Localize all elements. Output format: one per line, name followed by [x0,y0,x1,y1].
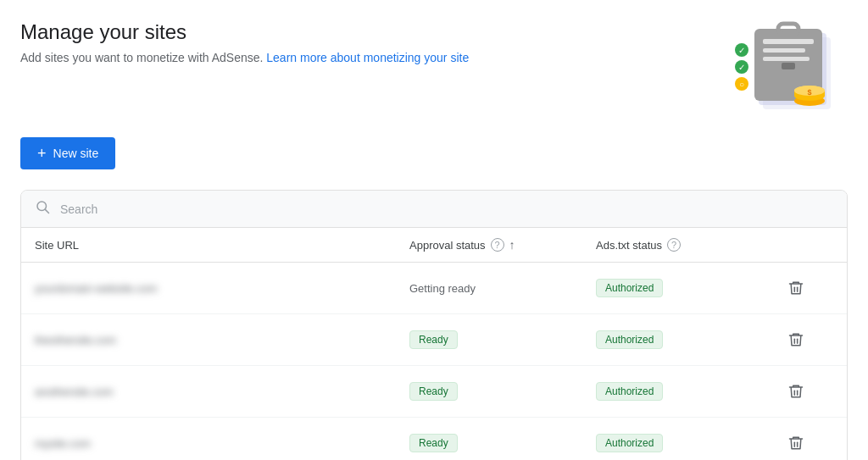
svg-rect-7 [782,63,795,69]
plus-icon: + [37,146,47,161]
ads-txt-status-cell: Authorized [596,330,782,349]
approval-status-sort-icon[interactable]: ↑ [509,238,515,252]
site-url-cell: mysite.com [35,437,409,450]
search-input[interactable] [60,202,833,216]
svg-rect-6 [763,57,810,61]
table-row: theothersite.comReadyAuthorized [21,314,847,366]
svg-text:$: $ [807,88,811,97]
site-url-cell: anothersite.com [35,385,409,398]
svg-line-21 [45,209,48,213]
delete-site-button[interactable] [782,274,810,302]
header-text: Manage your sites Add sites you want to … [20,20,469,64]
action-cell [782,274,833,302]
trash-icon [787,331,804,348]
approval-status-cell: Ready [409,434,596,452]
page-title: Manage your sites [20,20,469,44]
table-header: Site URL Approval status ? ↑ Ads.txt sta… [21,228,847,263]
approval-status-cell: Getting ready [409,282,596,295]
delete-site-button[interactable] [782,326,810,353]
ads-txt-status-cell: Authorized [596,434,782,452]
search-bar [21,191,847,228]
ads-txt-status-badge: Authorized [596,382,663,401]
sites-table-container: Site URL Approval status ? ↑ Ads.txt sta… [20,190,848,460]
ads-txt-status-help-icon[interactable]: ? [667,238,681,252]
svg-rect-4 [763,39,814,44]
header-section: Manage your sites Add sites you want to … [20,20,848,114]
col-approval-status: Approval status ? ↑ [409,238,596,252]
col-actions [782,238,833,252]
search-icon [35,199,50,219]
ads-txt-status-badge: Authorized [596,434,663,452]
delete-site-button[interactable] [782,378,810,405]
approval-status-cell: Ready [409,382,596,401]
approval-status-cell: Ready [409,330,596,349]
action-cell [782,378,833,405]
table-body: yourdomain-website.comGetting readyAutho… [21,263,847,460]
new-site-button-label: New site [53,147,99,160]
approval-status-badge: Ready [409,434,458,452]
new-site-button[interactable]: + New site [20,137,115,169]
approval-status-help-icon[interactable]: ? [491,238,504,252]
trash-icon [787,435,804,452]
table-row: anothersite.comReadyAuthorized [21,366,847,418]
col-ads-txt-status: Ads.txt status ? [596,238,782,252]
page-description: Add sites you want to monetize with AdSe… [20,51,469,64]
action-cell [782,326,833,353]
trash-icon [787,280,804,297]
svg-text:✓: ✓ [738,63,745,72]
ads-txt-status-badge: Authorized [596,279,663,297]
site-url-cell: theothersite.com [35,334,409,346]
ads-txt-status-badge: Authorized [596,330,663,349]
hero-illustration: ✓ ✓ ○ $ [712,20,848,114]
approval-status-badge: Ready [409,330,458,349]
svg-rect-5 [763,48,805,53]
site-url-cell: yourdomain-website.com [35,282,409,295]
col-site-url: Site URL [35,238,409,252]
learn-more-link[interactable]: Learn more about monetizing your site [266,51,469,64]
trash-icon [787,383,804,400]
svg-text:○: ○ [739,80,744,89]
ads-txt-status-cell: Authorized [596,279,782,297]
approval-status-badge: Ready [409,382,458,401]
table-row: yourdomain-website.comGetting readyAutho… [21,263,847,314]
svg-text:✓: ✓ [738,46,745,55]
delete-site-button[interactable] [782,430,810,457]
ads-txt-status-cell: Authorized [596,382,782,401]
table-row: mysite.comReadyAuthorized [21,418,847,460]
page-container: Manage your sites Add sites you want to … [0,0,868,460]
action-cell [782,430,833,457]
